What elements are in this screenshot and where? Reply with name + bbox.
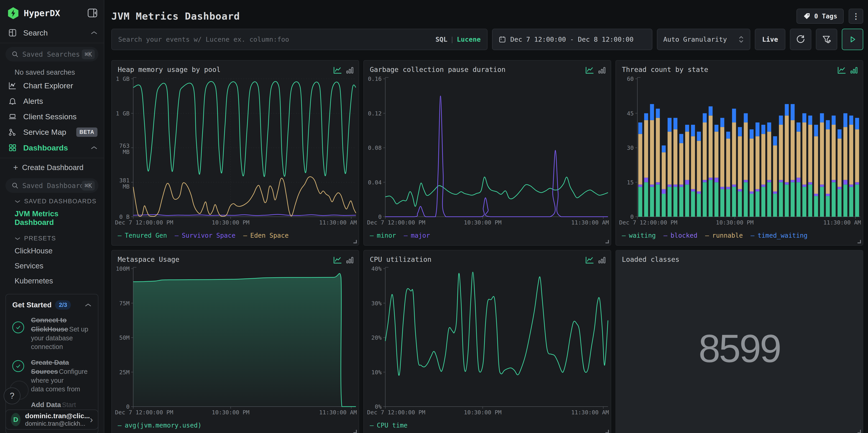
line-chart-icon[interactable] [837,66,846,74]
bar-chart-icon[interactable] [850,66,858,74]
line-chart-icon[interactable] [585,66,594,74]
preset-link-services[interactable]: Services [0,258,104,273]
bar-segment [691,136,695,189]
bar-segment [808,125,812,182]
query-language-toggle[interactable]: SQL|Lucene [435,35,481,43]
preset-link-kubernetes[interactable]: Kubernetes [0,273,104,288]
legend-item[interactable]: —Survivor Space [175,232,236,239]
resize-handle-icon[interactable] [353,430,357,433]
bar-segment [849,187,854,217]
lucene-toggle[interactable]: Lucene [457,35,481,43]
help-button[interactable]: ? [4,388,21,404]
bar-chart-icon[interactable] [598,256,606,264]
resize-handle-icon[interactable] [353,240,357,243]
bar-segment [674,185,678,187]
bar-segment [808,182,812,185]
panel-metaspace[interactable]: Metaspace Usage 100M75M50M25M0Dec 7 12:0… [111,250,359,433]
live-button[interactable]: Live [755,29,785,50]
legend-label: Survivor Space [182,232,236,239]
bar-segment [738,127,742,136]
event-search-input[interactable] [118,35,435,43]
series-line [133,82,356,177]
more-menu-button[interactable]: ⋮ [849,9,863,24]
sidebar-item-service-map[interactable]: Service Map BETA [0,124,104,140]
line-chart-icon[interactable] [333,66,342,74]
panel-cpu[interactable]: CPU utilization 40%30%20%10%0%Dec 7 12:0… [364,250,611,433]
legend-item[interactable]: —avg(jvm.memory.used) [118,422,202,429]
legend-item[interactable]: —blocked [663,232,698,239]
legend-item[interactable]: —Eden Space [243,232,288,239]
granularity-select[interactable]: Auto Granularity [657,29,750,50]
run-query-button[interactable] [842,29,863,50]
sidebar-item-chart-explorer[interactable]: Chart Explorer [0,78,104,93]
bar-chart-icon[interactable] [346,256,354,264]
legend-item[interactable]: —major [404,232,430,239]
section-saved-dashboards[interactable]: SAVED DASHBOARDS [0,193,104,206]
sidebar-collapse-button[interactable] [87,8,97,18]
legend-item[interactable]: —timed_waiting [750,232,807,239]
sidebar-item-dashboards[interactable]: Dashboards [0,140,104,155]
saved-dashboards-search[interactable]: ⌘K [5,178,98,193]
bar-segment [720,189,724,217]
get-started-header[interactable]: Get Started 2/3 [12,300,92,310]
event-search[interactable]: SQL|Lucene [111,29,488,50]
panel-thread-count[interactable]: Thread count by state 604530150Dec 7 12:… [616,60,863,246]
create-dashboard-button[interactable]: + Create Dashboard [0,159,104,175]
bar-segment [709,178,713,180]
bell-icon [8,96,17,105]
sidebar-item-alerts[interactable]: Alerts [0,93,104,109]
svg-text:10:30:00 PM: 10:30:00 PM [212,219,250,226]
bar-segment [802,185,807,187]
svg-text:30: 30 [627,145,634,151]
get-started-step-connect[interactable]: Connect toClickHouse Set up your databas… [12,315,92,351]
bar-segment [662,152,666,189]
chart-svg: 40%30%20%10%0%Dec 7 12:00:00 PM10:30:00 … [367,266,609,416]
saved-searches-input[interactable] [22,50,82,58]
panel-loaded-classes[interactable]: Loaded classes 8599 [616,250,863,433]
bar-segment [837,189,842,217]
bar-segment [767,182,771,217]
line-chart-icon[interactable] [585,256,594,264]
bar-segment [797,131,801,178]
legend-label: runnable [712,232,743,239]
sql-toggle[interactable]: SQL [435,35,447,43]
bar-segment [762,125,766,134]
svg-text:60: 60 [627,75,634,82]
bar-chart-icon[interactable] [598,66,606,74]
line-chart-icon[interactable] [333,256,342,264]
resize-handle-icon[interactable] [858,430,861,433]
preset-link-clickhouse[interactable]: ClickHouse [0,243,104,258]
panel-heap-memory[interactable]: Heap memory usage by pool 1 GB1 GB763MB3… [111,60,359,246]
tags-button[interactable]: 0 Tags [797,9,844,24]
bar-segment [662,146,666,152]
bar-segment [697,194,701,217]
refresh-button[interactable] [790,29,811,50]
bar-segment [849,116,854,125]
saved-searches-search[interactable]: ⌘K [5,47,98,61]
legend-item[interactable]: —Tenured Gen [118,232,167,239]
saved-dashboard-link-jvm[interactable]: JVM Metrics Dashboard [0,206,104,230]
resize-handle-icon[interactable] [606,240,609,243]
resize-handle-icon[interactable] [606,430,609,433]
bar-segment [697,191,701,194]
bar-segment [826,194,830,196]
legend-item[interactable]: —waiting [622,232,656,239]
sidebar-item-client-sessions[interactable]: Client Sessions [0,109,104,124]
legend-item[interactable]: —runnable [705,232,743,239]
section-presets[interactable]: PRESETS [0,230,104,243]
filter-button[interactable] [816,29,837,50]
panel-gc-pause[interactable]: Garbage collection pause duration 0.160.… [364,60,611,246]
legend-item[interactable]: —CPU time [370,422,408,429]
bar-segment [750,129,754,138]
saved-dashboards-input[interactable] [22,182,82,190]
user-menu[interactable]: D dominic.tran@clic... dominic.tran@clic… [5,409,98,430]
bar-chart-icon[interactable] [346,66,354,74]
bar-segment [709,106,713,116]
bar-segment [650,104,654,120]
legend-item[interactable]: —minor [370,232,396,239]
sidebar-item-search[interactable]: Search [0,25,104,40]
resize-handle-icon[interactable] [858,240,861,243]
time-range-picker[interactable]: Dec 7 12:00:00 - Dec 8 12:00:00 [492,29,652,50]
search-icon [11,51,19,58]
bar-segment [703,182,707,217]
